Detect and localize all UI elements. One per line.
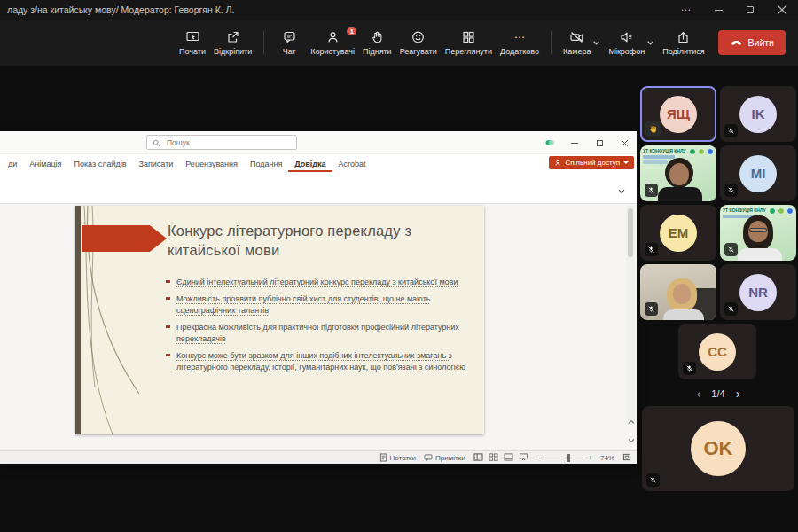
share-button[interactable]: Поділитися	[662, 30, 704, 56]
gallery-view-icon	[461, 30, 476, 44]
maximize-button[interactable]	[734, 0, 766, 20]
participants-icon	[325, 30, 340, 44]
avatar: MI	[739, 155, 777, 192]
avatar: ЯЩ	[660, 96, 697, 133]
start-share-button[interactable]: Почати	[179, 30, 206, 56]
slide-canvas: Конкурс літературного перекладу з китайс…	[0, 204, 637, 450]
zoom-out-button[interactable]: −	[536, 454, 541, 462]
participant-tile[interactable]: EM	[640, 205, 716, 261]
reading-view-button[interactable]	[504, 453, 513, 463]
bullet-marker	[166, 325, 170, 328]
avatar: NR	[739, 274, 777, 311]
slide-bullet-list[interactable]: Єдиний інтелектуальний літературний конк…	[166, 277, 474, 373]
chat-button[interactable]: Чат	[276, 30, 302, 56]
raised-hand-icon	[645, 121, 661, 137]
slideshow-view-button[interactable]	[519, 453, 528, 463]
participant-tile[interactable]: CC	[678, 324, 756, 379]
tab-acrobat[interactable]: Acrobat	[332, 157, 372, 172]
mic-muted-icon	[724, 124, 738, 137]
zoom-slider[interactable]	[543, 458, 585, 458]
search-box[interactable]	[146, 135, 297, 150]
next-page-chevron-icon[interactable]: ›	[736, 387, 740, 401]
participants-panel: ЯЩ IK УТ КОНФУЦІЯ КНЛУ	[640, 86, 796, 491]
comments-toggle[interactable]: Примітки	[424, 454, 466, 462]
search-input[interactable]	[165, 137, 291, 148]
more-icon: …	[513, 30, 525, 44]
camera-dropdown-chevron-icon[interactable]	[592, 35, 600, 51]
bullet-marker	[166, 354, 170, 356]
more-button[interactable]: … Додатково	[500, 30, 539, 56]
window-controls: …	[670, 0, 798, 20]
meeting-app-window: ладу з/на китайську мову/ Модератор: Гев…	[0, 0, 798, 532]
normal-view-button[interactable]	[473, 453, 483, 463]
raise-hand-icon	[370, 30, 385, 44]
ppt-status-bar: Нотатки Примітки	[0, 450, 637, 464]
search-icon	[153, 135, 160, 151]
participant-video-tile[interactable]	[640, 264, 716, 320]
notes-toggle[interactable]: Нотатки	[379, 453, 417, 462]
tab-help[interactable]: Довідка	[288, 157, 332, 172]
participant-tile[interactable]: IK	[720, 86, 796, 142]
camera-button[interactable]: Камера	[563, 30, 591, 56]
ppt-maximize-button[interactable]	[587, 131, 612, 154]
microphone-button[interactable]: Мікрофон	[608, 30, 645, 56]
scrollbar-thumb[interactable]	[628, 208, 633, 257]
participant-tile[interactable]: NR	[720, 264, 796, 320]
participant-video-tile[interactable]: УТ КОНФУЦІЯ КНЛУ	[640, 145, 716, 201]
participant-tile[interactable]: OK	[642, 406, 794, 491]
previous-slide-button[interactable]	[628, 412, 635, 428]
participant-tile[interactable]: MI	[720, 145, 796, 201]
more-options-icon[interactable]: …	[670, 0, 702, 20]
meeting-toolbar: Почати Відкріпити Чат	[0, 20, 798, 66]
powerpoint-titlebar	[0, 131, 637, 154]
reactions-icon	[411, 30, 426, 44]
bullet-item: Прекрасна можливість для практичної підг…	[166, 322, 474, 345]
vertical-scrollbar[interactable]	[626, 206, 635, 424]
next-slide-button[interactable]	[628, 431, 635, 447]
leave-button[interactable]: Вийти	[718, 30, 786, 55]
zoom-slider-thumb[interactable]	[567, 454, 570, 462]
tab-record[interactable]: Записати	[132, 157, 179, 172]
titlebar: ладу з/на китайську мову/ Модератор: Гев…	[0, 0, 798, 20]
virtual-background-logos	[689, 148, 714, 155]
slide-title[interactable]: Конкурс літературного перекладу з китайс…	[168, 222, 465, 261]
fit-slide-button[interactable]	[622, 453, 631, 463]
participants-button[interactable]: 1 Користувачі	[310, 30, 355, 56]
slide-theme-bar	[75, 206, 81, 434]
minimize-button[interactable]	[702, 0, 734, 20]
reactions-button[interactable]: Реагувати	[400, 30, 437, 56]
unpin-button[interactable]: Відкріпити	[214, 30, 252, 56]
virtual-background-text: УТ КОНФУЦІЯ КНЛУ	[643, 148, 691, 153]
avatar: CC	[699, 333, 736, 371]
tab-transitions-partial[interactable]: ди	[2, 157, 23, 172]
tab-view[interactable]: Подання	[244, 157, 288, 172]
tab-slideshow[interactable]: Показ слайдів	[67, 157, 132, 172]
ribbon-collapse-chevron-icon[interactable]	[617, 184, 626, 200]
bullet-item: Можливість проявити публічно свій хист д…	[166, 293, 474, 317]
zoom-in-button[interactable]: +	[588, 454, 592, 462]
tab-review[interactable]: Рецензування	[179, 157, 244, 172]
participant-tile[interactable]: ЯЩ	[640, 86, 716, 142]
ppt-minimize-button[interactable]	[562, 131, 587, 154]
ppt-share-button[interactable]: Спільний доступ	[549, 156, 634, 169]
view-button[interactable]: Переглянути	[445, 30, 492, 56]
mic-muted-icon	[645, 302, 658, 316]
mic-muted-icon	[683, 362, 696, 375]
bullet-item: Конкурс може бути зразком для інших поді…	[166, 350, 474, 373]
zoom-level[interactable]: 74%	[600, 454, 614, 462]
ppt-close-button[interactable]	[612, 131, 637, 154]
tab-animations[interactable]: Анімація	[23, 157, 67, 172]
participant-video-tile[interactable]: УТ КОНФУЦІЯ КНЛУ	[720, 205, 796, 261]
camera-off-icon	[569, 30, 584, 44]
raise-hand-button[interactable]: Підняти	[363, 30, 392, 56]
virtual-background-logos	[769, 207, 794, 215]
close-button[interactable]	[766, 0, 798, 20]
previous-page-chevron-icon[interactable]: ‹	[697, 387, 701, 401]
microphone-dropdown-chevron-icon[interactable]	[646, 35, 654, 51]
bullet-marker	[166, 280, 170, 283]
mic-muted-icon	[724, 243, 738, 256]
mic-muted-icon	[646, 473, 660, 487]
slide[interactable]: Конкурс літературного перекладу з китайс…	[75, 206, 484, 434]
slide-sorter-view-button[interactable]	[489, 453, 498, 463]
share-caret-icon	[623, 161, 629, 164]
